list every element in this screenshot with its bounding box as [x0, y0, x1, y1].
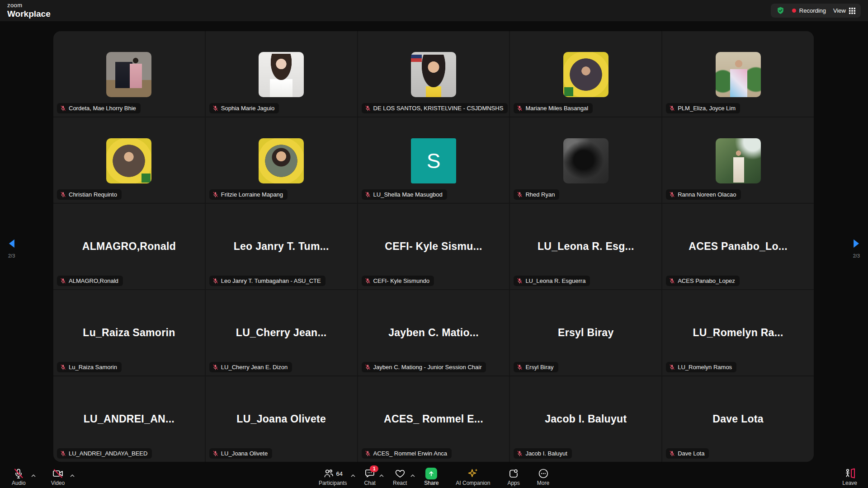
participant-tile[interactable]: Cordeta, Mae Lhorry Bhie — [53, 31, 205, 117]
participant-avatar — [106, 138, 151, 183]
participant-tile[interactable]: Jacob I. Baluyut Jacob I. Baluyut — [510, 376, 661, 462]
participant-tile[interactable]: Fritzie Lorraine Mapang — [206, 117, 357, 203]
video-button[interactable]: Video — [51, 468, 65, 486]
ai-companion-button[interactable]: AI Companion — [456, 468, 490, 486]
more-label: More — [537, 480, 549, 486]
mic-muted-icon — [212, 105, 218, 111]
mic-muted-icon — [669, 192, 675, 197]
participant-tile[interactable]: Jayben C. Matio... Jayben C. Mationg - J… — [358, 290, 509, 375]
react-menu-chevron[interactable] — [410, 471, 415, 479]
participant-nameplate: Ranna Noreen Olacao — [666, 189, 741, 200]
previous-page-button[interactable] — [5, 237, 19, 250]
participant-avatar — [411, 52, 456, 97]
participant-name-label: Rhed Ryan — [525, 191, 555, 198]
participant-nameplate: LU_Cherry Jean E. Dizon — [209, 362, 292, 372]
mic-muted-icon — [212, 450, 218, 456]
mic-muted-icon — [212, 364, 218, 370]
next-page-button[interactable] — [849, 237, 863, 250]
view-button[interactable]: View — [833, 7, 855, 14]
mic-muted-icon — [212, 278, 218, 284]
participant-nameplate: CEFI- Kyle Sismundo — [362, 276, 434, 286]
audio-button[interactable]: Audio — [12, 468, 26, 486]
participant-tile[interactable]: Christian Requinto — [53, 117, 205, 203]
participant-tile[interactable]: ACES Panabo_Lo... ACES Panabo_Lopez — [662, 204, 814, 289]
participant-avatar — [563, 52, 609, 97]
participant-name-label: Jacob I. Baluyut — [525, 450, 567, 457]
view-label: View — [833, 7, 846, 14]
participant-tile[interactable]: Ersyl Biray Ersyl Biray — [510, 290, 661, 375]
participant-tile[interactable]: Rhed Ryan — [510, 117, 661, 203]
participant-name-label: ALMAGRO,Ronald — [69, 277, 118, 284]
participant-tile[interactable]: LU_Joana Olivete LU_Joana Olivete — [206, 376, 357, 462]
participant-name-label: DE LOS SANTOS, KRISTELVINE - CSJDMNSHS — [373, 105, 504, 112]
chat-menu-chevron[interactable] — [379, 471, 384, 479]
mic-muted-icon — [517, 450, 523, 456]
participant-tile[interactable]: PLM_Eliza, Joyce Lim — [662, 31, 814, 117]
more-button[interactable]: More — [537, 468, 549, 486]
camera-off-icon — [52, 468, 64, 479]
participant-nameplate: LU_Leona R. Esguerra — [514, 276, 590, 286]
participant-name-label: Jayben C. Mationg - Junior Session Chair — [373, 364, 482, 371]
participant-nameplate: PLM_Eliza, Joyce Lim — [666, 103, 740, 113]
react-button[interactable]: React — [393, 468, 407, 486]
video-label: Video — [51, 480, 65, 486]
participant-avatar — [259, 52, 304, 97]
participant-tile[interactable]: Lu_Raiza Samorin Lu_Raiza Samorin — [53, 290, 205, 375]
participant-name-label: LU_ANDREI_ANDAYA_BEED — [69, 450, 147, 457]
participants-count: 64 — [336, 470, 343, 477]
brand-zoom: zoom — [7, 2, 51, 8]
zoom-workplace-logo: zoom Workplace — [7, 2, 51, 18]
participant-name-label: PLM_Eliza, Joyce Lim — [678, 105, 736, 112]
participant-tile[interactable]: CEFI- Kyle Sismu... CEFI- Kyle Sismundo — [358, 204, 509, 289]
participant-name-label: Mariane Miles Basangal — [525, 105, 588, 112]
mic-muted-icon — [365, 105, 371, 111]
participant-tile[interactable]: Sophia Marie Jaguio — [206, 31, 357, 117]
participant-name-label: Ranna Noreen Olacao — [678, 191, 736, 198]
mic-muted-icon — [669, 450, 675, 456]
participant-tile[interactable]: ALMAGRO,Ronald ALMAGRO,Ronald — [53, 204, 205, 289]
participant-tile[interactable]: Dave Lota Dave Lota — [662, 376, 814, 462]
participant-nameplate: ACES_ Rommel Erwin Anca — [362, 448, 452, 459]
participant-name-label: Cordeta, Mae Lhorry Bhie — [69, 105, 136, 112]
page-indicator-right: 2/3 — [853, 253, 860, 258]
participant-nameplate: Sophia Marie Jaguio — [209, 103, 279, 113]
share-button[interactable]: Share — [424, 468, 439, 486]
top-bar: zoom Workplace Recording View — [0, 0, 868, 21]
video-menu-chevron[interactable] — [70, 471, 75, 479]
gallery-grid: Cordeta, Mae Lhorry Bhie Sophia Marie Ja… — [53, 31, 814, 462]
mic-muted-icon — [60, 192, 66, 197]
participant-tile[interactable]: LU_Romelyn Ra... LU_Romelyn Ramos — [662, 290, 814, 375]
mic-muted-icon — [365, 192, 371, 197]
participant-tile[interactable]: ACES_ Rommel E... ACES_ Rommel Erwin Anc… — [358, 376, 509, 462]
chat-unread-badge: 1 — [370, 465, 378, 472]
chat-label: Chat — [364, 480, 376, 486]
participant-tile[interactable]: DE LOS SANTOS, KRISTELVINE - CSJDMNSHS — [358, 31, 509, 117]
apps-button[interactable]: Apps — [507, 468, 519, 486]
participant-name-label: CEFI- Kyle Sismundo — [373, 277, 429, 284]
react-label: React — [393, 480, 407, 486]
participant-name-label: LU_Cherry Jean E. Dizon — [221, 364, 288, 371]
security-shield-icon[interactable] — [776, 6, 785, 15]
recording-label: Recording — [799, 7, 826, 14]
leave-button[interactable]: Leave — [842, 468, 857, 486]
participant-tile[interactable]: LU_Leona R. Esg... LU_Leona R. Esguerra — [510, 204, 661, 289]
apps-icon — [508, 468, 519, 479]
participants-menu-chevron[interactable] — [351, 471, 355, 479]
participant-tile[interactable]: Leo Janry T. Tum... Leo Janry T. Tumbaga… — [206, 204, 357, 289]
meeting-status-cluster: Recording View — [771, 4, 861, 18]
participant-tile[interactable]: LU_Cherry Jean... LU_Cherry Jean E. Dizo… — [206, 290, 357, 375]
participants-button[interactable]: 64 Participants — [319, 468, 347, 486]
participant-name-label: Sophia Marie Jaguio — [221, 105, 275, 112]
leave-label: Leave — [842, 480, 857, 486]
participant-tile[interactable]: S LU_Shella Mae Masugbod — [358, 117, 509, 203]
chat-button[interactable]: 1 Chat — [364, 468, 376, 486]
participant-tile[interactable]: Mariane Miles Basangal — [510, 31, 661, 117]
mic-muted-icon — [669, 364, 675, 370]
recording-indicator[interactable]: Recording — [792, 7, 826, 14]
audio-menu-chevron[interactable] — [31, 471, 36, 479]
participant-tile[interactable]: Ranna Noreen Olacao — [662, 117, 814, 203]
mic-muted-icon — [517, 192, 523, 197]
participant-tile[interactable]: LU_ANDREI_AN... LU_ANDREI_ANDAYA_BEED — [53, 376, 205, 462]
mic-muted-icon — [365, 364, 371, 370]
participant-nameplate: Ersyl Biray — [514, 362, 558, 372]
